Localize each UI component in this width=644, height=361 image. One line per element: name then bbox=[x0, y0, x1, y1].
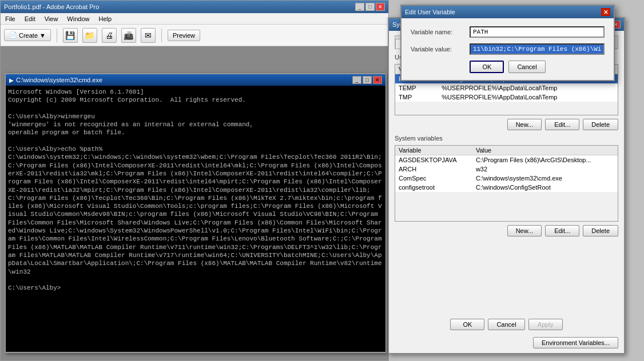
cmd-icon: ▶ bbox=[9, 77, 14, 83]
acrobat-menu-bar: File Edit View Window Help bbox=[1, 13, 388, 25]
sys-props-cancel-btn[interactable]: Cancel bbox=[488, 319, 524, 330]
sys-vars-col-value: Value bbox=[472, 146, 618, 155]
create-dropdown-icon: ▼ bbox=[39, 32, 46, 39]
sys-vars-table: Variable Value AGSDESKTOPJAVAC:\Program … bbox=[395, 146, 618, 192]
menu-edit[interactable]: Edit bbox=[22, 15, 38, 23]
sys-vars-section-label: System variables bbox=[395, 135, 618, 142]
sys-vars-table-container: Variable Value AGSDESKTOPJAVAC:\Program … bbox=[395, 145, 618, 222]
sys-var-row[interactable]: ARCHw32 bbox=[395, 165, 618, 174]
sys-var-row[interactable]: ComSpecC:\windows\system32\cmd.exe bbox=[395, 174, 618, 183]
acrobat-maximize-btn[interactable]: □ bbox=[365, 3, 375, 11]
sys-var-name: AGSDESKTOPJAVA bbox=[395, 155, 472, 165]
sys-var-row[interactable]: configsetrootC:\windows\ConfigSetRoot bbox=[395, 183, 618, 192]
sys-props-bottom-btns: OK Cancel Apply bbox=[395, 319, 618, 334]
var-name-label: Variable name: bbox=[411, 29, 465, 35]
menu-window[interactable]: Window bbox=[65, 15, 92, 23]
user-var-row[interactable]: TMP%USERPROFILE%\AppData\Local\Temp bbox=[395, 93, 618, 102]
var-value-input[interactable] bbox=[470, 43, 605, 55]
acrobat-minimize-btn[interactable]: _ bbox=[355, 3, 364, 11]
cmd-title: C:\windows\system32\cmd.exe bbox=[16, 77, 102, 83]
user-var-value: %USERPROFILE%\AppData\Local\Temp bbox=[438, 83, 618, 93]
cmd-body[interactable]: Microsoft Windows [Version 6.1.7601] Cop… bbox=[6, 86, 385, 352]
cmd-close-btn[interactable]: ✕ bbox=[373, 76, 382, 84]
toolbar-separator-2 bbox=[161, 29, 162, 42]
acrobat-toolbar: 📄 Create ▼ 💾 📁 🖨 📠 ✉ Preview bbox=[1, 25, 388, 46]
sys-var-value: C:\windows\ConfigSetRoot bbox=[472, 183, 618, 192]
create-button[interactable]: 📄 Create ▼ bbox=[4, 29, 51, 41]
edit-ok-btn[interactable]: OK bbox=[470, 61, 504, 73]
sys-vars-btn-row: New... Edit... Delete bbox=[395, 225, 618, 236]
menu-file[interactable]: File bbox=[3, 15, 18, 23]
user-delete-btn[interactable]: Delete bbox=[583, 119, 618, 130]
environment-variables-btn[interactable]: Environment Variables... bbox=[533, 337, 618, 348]
acrobat-titlebar: Portfolio1.pdf - Adobe Acrobat Pro _ □ ✕ bbox=[1, 1, 388, 13]
edit-close-btn[interactable]: ✕ bbox=[601, 8, 610, 16]
edit-cancel-btn[interactable]: Cancel bbox=[508, 61, 545, 73]
sys-var-value: C:\Program Files (x86)\ArcGIS\Desktop... bbox=[472, 155, 618, 165]
preview-button[interactable]: Preview bbox=[168, 30, 200, 41]
var-value-row: Variable value: bbox=[411, 43, 605, 55]
print-button[interactable]: 🖨 bbox=[102, 28, 117, 43]
sys-var-value: C:\windows\system32\cmd.exe bbox=[472, 174, 618, 183]
menu-view[interactable]: View bbox=[42, 15, 61, 23]
user-edit-btn[interactable]: Edit... bbox=[545, 119, 579, 130]
sys-props-ok-btn[interactable]: OK bbox=[450, 319, 484, 330]
var-name-input[interactable] bbox=[470, 26, 605, 38]
user-var-value: %USERPROFILE%\AppData\Local\Temp bbox=[438, 93, 618, 102]
acrobat-title: Portfolio1.pdf - Adobe Acrobat Pro bbox=[4, 3, 99, 10]
user-vars-btn-row: New... Edit... Delete bbox=[395, 119, 618, 130]
sys-var-name: ComSpec bbox=[395, 174, 472, 183]
sys-vars-col-variable: Variable bbox=[395, 146, 472, 155]
edit-dialog-content: Variable name: Variable value: OK Cancel bbox=[401, 18, 614, 80]
cmd-window: ▶ C:\windows\system32\cmd.exe _ □ ✕ Micr… bbox=[5, 73, 387, 353]
sys-var-name: configsetroot bbox=[395, 183, 472, 192]
sys-new-btn[interactable]: New... bbox=[507, 225, 542, 236]
edit-dialog-btns: OK Cancel bbox=[411, 61, 605, 73]
sys-var-name: ARCH bbox=[395, 165, 472, 174]
user-var-name: TMP bbox=[395, 93, 438, 102]
edit-dialog-title: Edit User Variable bbox=[405, 9, 455, 15]
user-new-btn[interactable]: New... bbox=[507, 119, 542, 130]
acrobat-close-btn[interactable]: ✕ bbox=[376, 3, 385, 11]
menu-help[interactable]: Help bbox=[96, 15, 114, 23]
cmd-window-controls: _ □ ✕ bbox=[352, 76, 382, 84]
user-var-row[interactable]: TEMP%USERPROFILE%\AppData\Local\Temp bbox=[395, 83, 618, 93]
toolbar-separator-1 bbox=[57, 29, 57, 42]
cmd-titlebar: ▶ C:\windows\system32\cmd.exe _ □ ✕ bbox=[6, 74, 385, 86]
edit-dialog-titlebar: Edit User Variable ✕ bbox=[401, 6, 614, 18]
review-button[interactable]: ✉ bbox=[141, 28, 156, 43]
sys-var-row[interactable]: AGSDESKTOPJAVAC:\Program Files (x86)\Arc… bbox=[395, 155, 618, 165]
cmd-maximize-btn[interactable]: □ bbox=[363, 76, 372, 84]
acrobat-window-controls: _ □ ✕ bbox=[355, 3, 385, 11]
var-name-row: Variable name: bbox=[411, 26, 605, 38]
sys-delete-btn[interactable]: Delete bbox=[583, 225, 618, 236]
sys-var-value: w32 bbox=[472, 165, 618, 174]
sys-props-apply-btn: Apply bbox=[528, 319, 563, 330]
fax-button[interactable]: 📠 bbox=[121, 28, 136, 43]
user-var-name: TEMP bbox=[395, 83, 438, 93]
cmd-minimize-btn[interactable]: _ bbox=[352, 76, 361, 84]
sys-edit-btn[interactable]: Edit... bbox=[545, 225, 579, 236]
env-vars-btn-container: Environment Variables... bbox=[395, 337, 618, 348]
email-button[interactable]: 📁 bbox=[82, 28, 97, 43]
edit-user-variable-dialog: Edit User Variable ✕ Variable name: Vari… bbox=[400, 5, 615, 81]
save-button[interactable]: 💾 bbox=[63, 28, 78, 43]
var-value-label: Variable value: bbox=[411, 46, 465, 53]
create-icon: 📄 bbox=[9, 31, 17, 39]
